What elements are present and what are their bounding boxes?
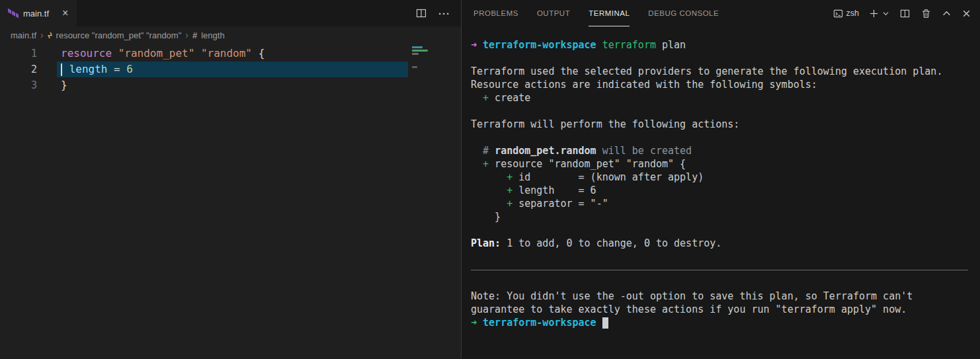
breadcrumb-symbol[interactable]: length: [201, 30, 224, 40]
terminal-line: [471, 223, 971, 237]
new-terminal-icon[interactable]: [868, 7, 880, 20]
split-editor-icon[interactable]: [415, 7, 428, 20]
terminal-cursor: [602, 317, 608, 329]
editor-code[interactable]: 1resource "random_pet" "random" {2 lengt…: [0, 46, 408, 93]
new-terminal-group: [868, 7, 890, 20]
code-token: [194, 47, 201, 60]
terminal-text: [471, 171, 507, 183]
editor-tab-bar: main.tf × ···: [0, 0, 461, 26]
terminal-text: +: [507, 184, 512, 196]
terminal-text: terraform-workspace: [483, 39, 602, 51]
terminal-text: ➜: [471, 39, 483, 51]
panel-tab-debug-console[interactable]: DEBUG CONSOLE: [648, 0, 719, 26]
terminal-line: + resource "random_pet" "random" {: [471, 157, 971, 171]
terminal-text: random_pet.random: [495, 145, 596, 157]
terminal-text: guarantee to take exactly these actions …: [471, 303, 907, 315]
minimap[interactable]: [409, 44, 461, 359]
code-token: =: [107, 63, 126, 75]
shell-selector[interactable]: zsh: [833, 9, 859, 19]
breadcrumb-file[interactable]: main.tf: [11, 30, 36, 40]
code-token: {: [252, 47, 265, 60]
terminal-line: [471, 250, 971, 263]
minimap-mark: [412, 50, 428, 52]
terminal-text: #: [471, 145, 495, 157]
terminal-text: +: [483, 158, 489, 170]
terminal-line: + length = 6: [471, 184, 971, 197]
line-number: 2: [0, 61, 57, 77]
code-token: "random": [201, 47, 252, 60]
terminal-text: +: [483, 92, 489, 104]
terminal-line: guarantee to take exactly these actions …: [471, 303, 971, 316]
terminal-text: terraform-workspace: [483, 317, 602, 329]
terminal-text: Plan:: [471, 237, 501, 249]
code-token: length: [69, 63, 108, 75]
minimap-mark: [412, 46, 423, 48]
symbol-number-icon: #: [192, 30, 197, 40]
tab-label: main.tf: [23, 9, 49, 19]
terminal-line: + create: [471, 91, 971, 104]
editor-pane: main.tf × ··· main.tf › ϟ resource "rand…: [0, 0, 461, 359]
code-line[interactable]: 1resource "random_pet" "random" {: [0, 46, 408, 61]
code-token: [112, 47, 118, 60]
breadcrumb-separator: ›: [185, 30, 188, 40]
terminal-text: }: [471, 211, 501, 223]
panel-actions: zsh: [833, 0, 972, 26]
terminal-line: }: [471, 210, 971, 223]
code-token: [63, 63, 69, 75]
terminal-line: Plan: 1 to add, 0 to change, 0 to destro…: [471, 237, 971, 250]
breadcrumb-separator: ›: [40, 30, 44, 40]
terraform-file-icon: [8, 8, 19, 19]
terminal-line: # random_pet.random will be created: [471, 144, 971, 157]
terminal-line: [471, 131, 971, 144]
vscode-window: main.tf × ··· main.tf › ϟ resource "rand…: [0, 0, 980, 359]
terminal-text: 1 to add, 0 to change, 0 to destroy.: [501, 237, 721, 249]
split-terminal-icon[interactable]: [899, 7, 911, 20]
line-number: 1: [0, 46, 57, 61]
panel-tab-output[interactable]: OUTPUT: [537, 0, 570, 26]
terminal-text: terraform: [602, 39, 656, 51]
panel-tab-problems[interactable]: PROBLEMS: [473, 0, 518, 26]
code-token: resource: [61, 47, 112, 60]
terminal-text: create: [489, 92, 530, 104]
breadcrumb-block[interactable]: resource "random_pet" "random": [56, 30, 182, 40]
terminal-text: Terraform will perform the following act…: [471, 118, 739, 130]
terminal-text: length = 6: [512, 184, 596, 196]
terminal-line: Resource actions are indicated with the …: [471, 78, 971, 91]
chevron-up-icon[interactable]: [941, 8, 952, 19]
terminal-icon: [833, 9, 843, 19]
terminal-text: [471, 184, 507, 196]
tab-main-tf[interactable]: main.tf ×: [0, 0, 77, 26]
editor-actions: ···: [415, 0, 461, 26]
terminal-line: Terraform will perform the following act…: [471, 118, 971, 131]
breadcrumb: main.tf › ϟ resource "random_pet" "rando…: [0, 26, 461, 44]
chevron-down-icon[interactable]: [881, 9, 890, 18]
terminal-line: [471, 52, 971, 65]
panel-tab-terminal[interactable]: TERMINAL: [589, 0, 630, 26]
terminal-line: + id = (known after apply): [471, 171, 971, 184]
terminal-text: separator = "-": [512, 198, 608, 210]
terminal-text: Note: You didn't use the -out option to …: [471, 290, 913, 302]
editor-cursor: [61, 63, 62, 76]
more-actions-icon[interactable]: ···: [438, 8, 450, 19]
code-line[interactable]: 3}: [0, 77, 408, 93]
terminal-text: will be created: [596, 145, 692, 157]
symbol-event-icon: ϟ: [48, 30, 52, 40]
tab-close-icon[interactable]: ×: [59, 7, 71, 19]
terminal-text: [471, 198, 507, 210]
trash-icon[interactable]: [920, 7, 932, 20]
terminal-text: resource "random_pet" "random" {: [489, 158, 686, 170]
terminal-line: Terraform used the selected providers to…: [471, 65, 971, 78]
terminal-line: ➜ terraform-workspace terraform plan: [471, 38, 971, 52]
terminal-text: plan: [656, 39, 686, 51]
line-number: 3: [0, 77, 57, 93]
code-token: 6: [126, 63, 133, 75]
terminal-text: Terraform used the selected providers to…: [471, 65, 942, 77]
editor-body[interactable]: 1resource "random_pet" "random" {2 lengt…: [0, 44, 461, 359]
code-line[interactable]: 2 length = 6: [0, 61, 408, 77]
terminal-text: id = (known after apply): [512, 171, 704, 183]
close-icon[interactable]: [961, 8, 972, 19]
terminal-text: ➜: [471, 317, 483, 329]
terminal-text: +: [507, 198, 512, 210]
terminal-output[interactable]: ➜ terraform-workspace terraform planTerr…: [462, 26, 980, 359]
shell-label: zsh: [846, 9, 859, 18]
